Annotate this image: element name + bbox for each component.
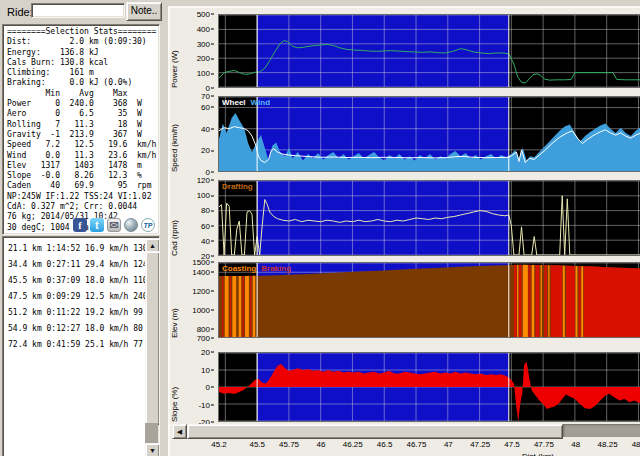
x-tick-label: 47.25 bbox=[470, 440, 490, 449]
legend-wheel: Wheel bbox=[222, 98, 246, 107]
elevation-yticks: 7008001000120014001500 bbox=[187, 262, 217, 338]
elevation-axis-title: Elev (m) bbox=[170, 262, 179, 338]
cadence-plot[interactable]: Drafting bbox=[218, 180, 640, 256]
y-tick-label: 200 bbox=[197, 54, 214, 63]
y-tick-label: 1500 bbox=[192, 258, 214, 267]
top-toolbar: Ride: Note.. bbox=[0, 0, 166, 23]
slope-plot[interactable] bbox=[218, 352, 640, 422]
x-tick-label: 47.5 bbox=[504, 440, 520, 449]
x-tick-label: 48 bbox=[571, 440, 580, 449]
note-button[interactable]: Note.. bbox=[126, 2, 162, 21]
scroll-down-icon[interactable]: ▼ bbox=[145, 443, 160, 456]
power-yticks: 0100200300400500 bbox=[187, 14, 217, 88]
email-share-icon[interactable]: ✉ bbox=[107, 218, 121, 232]
speed-chart: Speed (km/h) 020406070 WheelWind bbox=[170, 96, 640, 172]
lap-scrollbar-track[interactable] bbox=[145, 423, 158, 445]
y-tick-label: 70 bbox=[201, 92, 214, 101]
y-tick-label: 400 bbox=[197, 24, 214, 33]
twitter-share-icon[interactable]: t bbox=[90, 218, 104, 232]
scroll-left-icon[interactable]: ◀ bbox=[172, 424, 187, 439]
lap-row[interactable]: 72.4 km 0:41:59 25.1 km/h 77 W bbox=[8, 338, 159, 354]
legend-wind: Wind bbox=[251, 98, 270, 107]
y-tick-label: 100 bbox=[197, 191, 214, 200]
y-tick-label: 120 bbox=[197, 176, 214, 185]
slope-yticks: -20-1001020 bbox=[187, 352, 217, 422]
y-tick-label: 10 bbox=[201, 365, 214, 374]
chart-panel: Power (W) 0100200300400500 Speed (km/h) … bbox=[168, 6, 640, 456]
selection-stats-panel: ========Selection Stats======== Dist: 2.… bbox=[2, 24, 160, 235]
x-axis-ticks: 45.245.545.754646.2546.546.754747.2547.5… bbox=[219, 440, 640, 452]
y-tick-label: -10 bbox=[198, 400, 214, 409]
elevation-chart: Elev (m) 7008001000120014001500 Coasting… bbox=[170, 262, 640, 338]
y-tick-label: 500 bbox=[197, 10, 214, 19]
cadence-yticks: 20406080100120 bbox=[187, 180, 217, 256]
ride-label: Ride: bbox=[7, 6, 33, 18]
y-tick-label: 20 bbox=[201, 348, 214, 357]
y-tick-label: 700 bbox=[197, 334, 214, 343]
power-axis-title: Power (W) bbox=[170, 14, 179, 88]
legend-drafting: Drafting bbox=[222, 182, 253, 191]
speed-yticks: 020406070 bbox=[187, 96, 217, 172]
power-plot[interactable] bbox=[218, 14, 640, 88]
chart-scrollbar-thumb[interactable] bbox=[187, 424, 563, 439]
x-tick-label: 45.75 bbox=[279, 440, 299, 449]
speed-plot[interactable]: WheelWind bbox=[218, 96, 640, 172]
x-tick-label: 47.75 bbox=[534, 440, 554, 449]
lap-row[interactable]: 51.2 km 0:11:22 19.2 km/h 99 W bbox=[8, 306, 159, 322]
elevation-plot[interactable]: CoastingBraking bbox=[218, 262, 640, 338]
trainingpeaks-icon[interactable]: TP bbox=[141, 218, 155, 232]
slope-axis-title: Slope (%) bbox=[170, 352, 179, 422]
x-axis-title: Dist (km) bbox=[522, 452, 554, 456]
x-tick-label: 46.25 bbox=[343, 440, 363, 449]
legend-braking: Braking bbox=[261, 264, 291, 273]
x-tick-label: 47 bbox=[444, 440, 453, 449]
cadence-axis-title: Cad (rpm) bbox=[170, 180, 179, 256]
y-tick-label: 1200 bbox=[192, 286, 214, 295]
lap-list: 21.1 km 1:14:52 16.9 km/h 130 W34.4 km 0… bbox=[3, 237, 159, 354]
y-tick-label: 0 bbox=[206, 383, 214, 392]
y-tick-label: 60 bbox=[201, 221, 214, 230]
cadence-chart: Cad (rpm) 20406080100120 Drafting bbox=[170, 180, 640, 256]
power-chart: Power (W) 0100200300400500 bbox=[170, 14, 640, 88]
y-tick-label: 40 bbox=[201, 236, 214, 245]
lap-row[interactable]: 34.4 km 0:27:11 29.4 km/h 124 W bbox=[8, 258, 159, 274]
y-tick-label: 1000 bbox=[192, 305, 214, 314]
lap-scrollbar[interactable]: ▲ ▼ bbox=[145, 238, 158, 456]
chart-scrollbar-track[interactable] bbox=[563, 424, 640, 437]
x-tick-label: 46.75 bbox=[406, 440, 426, 449]
x-tick-label: 45.2 bbox=[211, 440, 227, 449]
lap-row[interactable]: 45.5 km 0:37:09 18.0 km/h 110 W bbox=[8, 274, 159, 290]
chart-legend: WheelWind bbox=[222, 98, 270, 107]
chart-legend: CoastingBraking bbox=[222, 264, 291, 273]
lap-row[interactable]: 21.1 km 1:14:52 16.9 km/h 130 W bbox=[8, 242, 159, 258]
x-tick-label: 48.25 bbox=[598, 440, 618, 449]
lap-row[interactable]: 47.5 km 0:09:29 12.5 km/h 240 W bbox=[8, 290, 159, 306]
x-tick-label: 46.5 bbox=[377, 440, 393, 449]
y-tick-label: 80 bbox=[201, 206, 214, 215]
lap-scrollbar-thumb[interactable] bbox=[145, 251, 160, 425]
y-tick-label: 800 bbox=[197, 324, 214, 333]
y-tick-label: 300 bbox=[197, 39, 214, 48]
legend-coasting: Coasting bbox=[222, 264, 256, 273]
facebook-share-icon[interactable]: f bbox=[73, 218, 87, 232]
social-icons-row: f t ✉ TP bbox=[73, 218, 155, 232]
y-tick-label: 100 bbox=[197, 69, 214, 78]
x-tick-label: 48.5 bbox=[632, 440, 640, 449]
y-tick-label: 20 bbox=[201, 146, 214, 155]
chart-horizontal-scrollbar[interactable]: ◀ bbox=[172, 424, 640, 438]
web-upload-icon[interactable] bbox=[124, 218, 138, 232]
speed-axis-title: Speed (km/h) bbox=[170, 96, 179, 172]
ride-input[interactable] bbox=[31, 3, 125, 18]
selection-stats-text: ========Selection Stats======== Dist: 2.… bbox=[3, 25, 159, 233]
lap-row[interactable]: 54.9 km 0:12:27 18.0 km/h 80 W bbox=[8, 322, 159, 338]
chart-legend: Drafting bbox=[222, 182, 253, 191]
lap-list-panel: 21.1 km 1:14:52 16.9 km/h 130 W34.4 km 0… bbox=[2, 236, 160, 456]
slope-chart: Slope (%) -20-1001020 bbox=[170, 352, 640, 422]
x-tick-label: 45.5 bbox=[249, 440, 265, 449]
y-tick-label: 40 bbox=[201, 124, 214, 133]
x-tick-label: 46 bbox=[316, 440, 325, 449]
y-tick-label: 1400 bbox=[192, 267, 214, 276]
y-tick-label: 60 bbox=[201, 102, 214, 111]
